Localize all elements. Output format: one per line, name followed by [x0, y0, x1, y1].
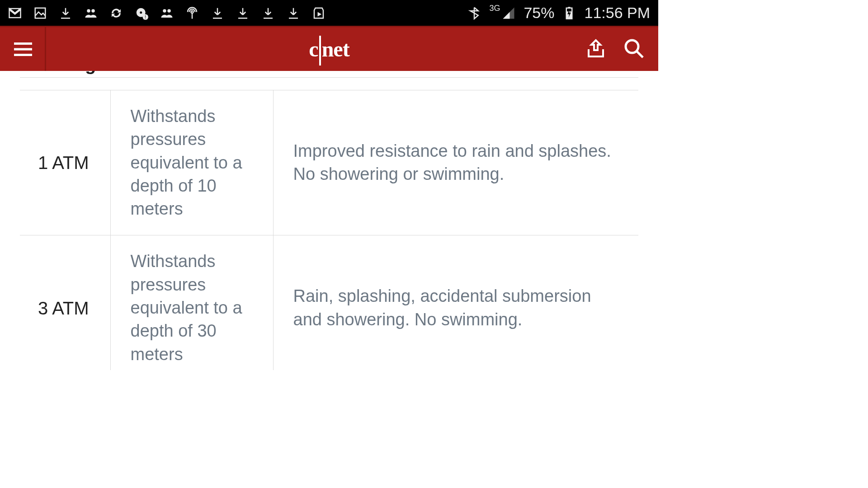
logo-text-right: net: [322, 37, 349, 61]
cell-definition: Withstands pressures equivalent to a dep…: [110, 90, 273, 235]
logo-divider: [319, 36, 321, 66]
download2-icon: [211, 6, 224, 20]
android-status-bar: ! 3G 75% 11:56 PM: [0, 0, 658, 26]
battery-percent: 75%: [524, 4, 554, 22]
share-icon: [585, 38, 607, 59]
cell-definition: Withstands pressures equivalent to a dep…: [110, 235, 273, 370]
svg-rect-17: [14, 48, 32, 50]
logo-text-left: c: [309, 37, 318, 61]
broadcast-icon: [185, 6, 199, 20]
menu-button[interactable]: [0, 27, 46, 71]
water-resistance-table: 1 ATMWithstands pressures equivalent to …: [20, 77, 638, 370]
sync-icon: [109, 6, 123, 20]
svg-rect-18: [14, 54, 32, 56]
app-bar: c net: [0, 26, 658, 71]
svg-text:!: !: [145, 14, 146, 19]
search-button[interactable]: [623, 38, 645, 61]
svg-rect-16: [14, 42, 32, 45]
disc-alert-icon: !: [135, 6, 148, 20]
network-type-label: 3G: [489, 4, 500, 13]
bluetooth-icon: [467, 6, 481, 20]
group2-icon: [160, 6, 174, 20]
battery-charging-icon: [562, 6, 576, 20]
svg-point-4: [140, 11, 142, 14]
svg-line-20: [637, 51, 643, 57]
cell-rating: 1 ATM: [20, 90, 110, 235]
table-row: 3 ATMWithstands pressures equivalent to …: [20, 235, 638, 370]
svg-point-1: [87, 9, 90, 13]
picture-icon: [33, 6, 47, 20]
svg-rect-13: [568, 7, 571, 8]
svg-marker-11: [503, 12, 510, 19]
table-heading-fragment: Ratings: [20, 71, 638, 75]
cell-suitable: Rain, splashing, accidental submersion a…: [273, 235, 638, 370]
cell-suitable: Improved resistance to rain and splashes…: [273, 90, 638, 235]
download-icon: [59, 6, 72, 20]
download3-icon: [236, 6, 250, 20]
status-notification-area: !: [8, 6, 326, 20]
group-icon: [84, 6, 98, 20]
share-button[interactable]: [585, 38, 607, 61]
svg-marker-9: [318, 12, 322, 16]
hamburger-icon: [10, 40, 36, 58]
svg-point-19: [626, 40, 638, 53]
download4-icon: [261, 6, 275, 20]
status-system-area: 3G 75% 11:56 PM: [467, 4, 650, 22]
svg-point-8: [167, 9, 171, 13]
cell-rating: 3 ATM: [20, 235, 110, 370]
svg-point-2: [91, 9, 95, 13]
play-store-icon: [312, 6, 326, 20]
article-content[interactable]: Ratings 1 ATMWithstands pressures equiva…: [0, 71, 658, 370]
search-icon: [623, 38, 645, 59]
svg-point-7: [163, 9, 166, 13]
download5-icon: [287, 6, 300, 20]
cnet-logo[interactable]: c net: [0, 34, 658, 64]
mail-icon: [8, 6, 22, 20]
clock: 11:56 PM: [584, 4, 650, 22]
signal-icon: [502, 6, 515, 20]
table-row: 1 ATMWithstands pressures equivalent to …: [20, 90, 638, 235]
